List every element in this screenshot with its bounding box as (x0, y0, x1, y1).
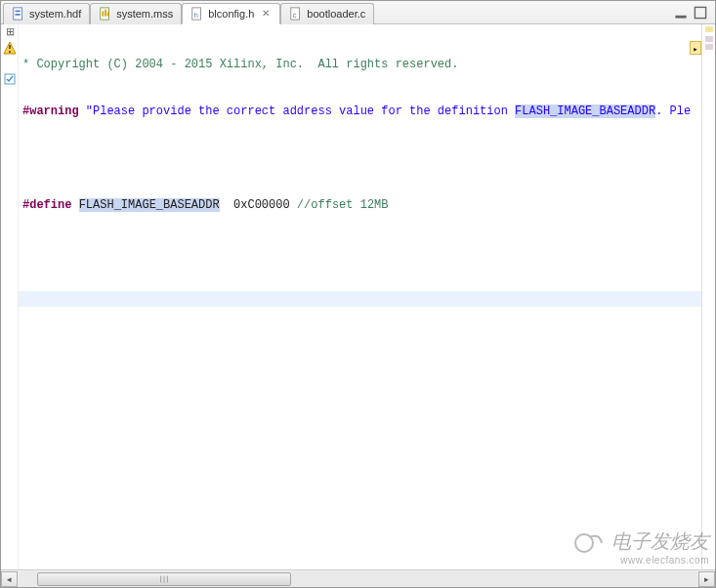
minimize-view-icon[interactable] (674, 6, 688, 20)
h-file-icon: h (190, 7, 204, 21)
code-line-define: #define FLASH_IMAGE_BASEADDR 0xC00000 //… (19, 197, 701, 213)
scroll-left-button[interactable]: ◂ (1, 571, 18, 587)
code-line-warning: #warning "Please provide the correct add… (19, 104, 701, 119)
tab-bar: system.hdf system.mss h blconfig.h ✕ c b… (1, 1, 715, 24)
svg-rect-12 (695, 7, 705, 18)
overview-warning-mark[interactable] (705, 26, 713, 32)
toolbar-right (674, 6, 715, 20)
warning-icon[interactable] (3, 41, 17, 55)
tab-label: system.mss (116, 8, 173, 20)
maximize-view-icon[interactable] (694, 6, 707, 20)
horizontal-scrollbar: ◂ ▸ (1, 569, 715, 587)
svg-rect-2 (16, 14, 21, 16)
scroll-thumb[interactable] (37, 572, 291, 586)
code-line-blank (19, 150, 701, 166)
fold-expand-icon[interactable]: ⊞ (3, 25, 17, 39)
overflow-indicator-icon[interactable]: ▸ (690, 41, 701, 55)
scroll-right-button[interactable]: ▸ (698, 571, 715, 587)
svg-text:c: c (293, 11, 297, 20)
overview-ruler[interactable] (701, 24, 715, 569)
svg-rect-14 (9, 45, 11, 49)
svg-rect-15 (9, 51, 11, 53)
svg-rect-5 (105, 10, 106, 17)
overview-occurrence-mark[interactable] (705, 36, 713, 42)
scroll-track[interactable] (18, 571, 698, 587)
hdf-file-icon (12, 7, 25, 21)
svg-text:h: h (194, 10, 198, 19)
code-line-current (19, 291, 701, 307)
svg-rect-11 (675, 15, 686, 18)
tab-label: blconfig.h (208, 8, 254, 20)
tab-system-hdf[interactable]: system.hdf (3, 3, 90, 24)
tab-system-mss[interactable]: system.mss (90, 3, 182, 24)
tab-bootloader-c[interactable]: c bootloader.c (280, 3, 374, 24)
svg-rect-4 (103, 11, 105, 16)
tab-blconfig-h[interactable]: h blconfig.h ✕ (182, 3, 280, 24)
svg-rect-1 (16, 11, 21, 13)
overview-occurrence-mark[interactable] (705, 44, 713, 50)
tab-label: bootloader.c (307, 8, 365, 20)
gutter[interactable]: ⊞ (1, 24, 19, 569)
tab-label: system.hdf (29, 8, 81, 20)
code-line-comment: * Copyright (C) 2004 - 2015 Xilinx, Inc.… (19, 57, 701, 72)
close-tab-icon[interactable]: ✕ (262, 9, 272, 19)
marker-icon[interactable] (3, 72, 17, 86)
code-line-blank (19, 244, 701, 260)
editor: ⊞ * Copyright (C) 2004 - 2015 Xilinx, In… (1, 24, 715, 569)
svg-rect-6 (107, 12, 109, 16)
mss-file-icon (99, 7, 112, 21)
c-file-icon: c (289, 7, 303, 21)
code-area[interactable]: * Copyright (C) 2004 - 2015 Xilinx, Inc.… (19, 24, 701, 569)
